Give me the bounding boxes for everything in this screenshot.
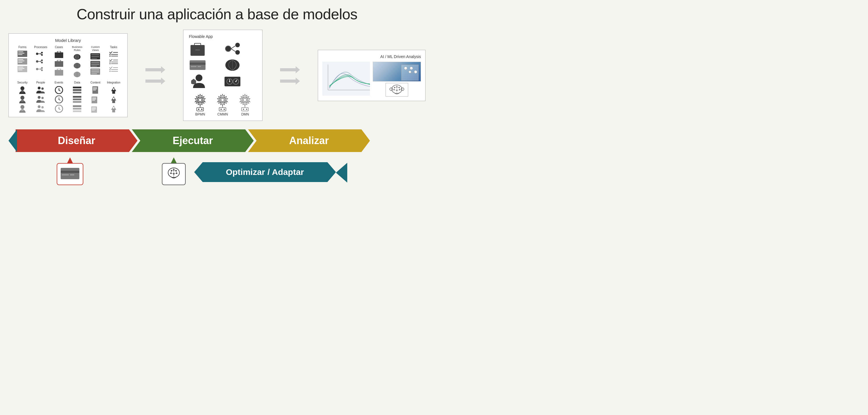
svg-rect-51 bbox=[91, 62, 99, 63]
svg-line-16 bbox=[41, 53, 41, 54]
svg-marker-169 bbox=[280, 77, 300, 84]
ejecutar-label: Ejecutar bbox=[173, 135, 213, 147]
disenar-form-icon bbox=[60, 167, 80, 181]
svg-point-195 bbox=[401, 88, 404, 91]
svg-rect-99 bbox=[73, 101, 81, 103]
svg-rect-100 bbox=[73, 105, 81, 107]
svg-line-23 bbox=[41, 62, 41, 63]
svg-rect-157 bbox=[219, 108, 226, 111]
neural-brain-box bbox=[385, 83, 408, 97]
bpmn-label: BPMN bbox=[192, 112, 208, 116]
lib-col-tasks: Tasks bbox=[106, 45, 122, 78]
svg-rect-48 bbox=[91, 56, 99, 57]
svg-point-80 bbox=[38, 105, 40, 108]
svg-point-116 bbox=[113, 88, 115, 90]
lib-icons-integration bbox=[110, 86, 118, 113]
svg-line-28 bbox=[41, 68, 41, 69]
neural-area bbox=[373, 62, 421, 97]
blue-arrow-left bbox=[8, 129, 17, 153]
svg-point-21 bbox=[41, 62, 43, 63]
dmn-icon bbox=[237, 93, 253, 111]
brain-icon bbox=[224, 58, 241, 72]
svg-point-93 bbox=[58, 108, 60, 109]
svg-rect-6 bbox=[18, 61, 24, 61]
svg-point-20 bbox=[41, 60, 43, 61]
svg-rect-104 bbox=[93, 88, 97, 88]
lib-col-cases: Cases bbox=[51, 45, 67, 78]
svg-rect-112 bbox=[92, 108, 96, 108]
svg-rect-204 bbox=[70, 174, 74, 175]
flowable-app-box: Flowable App bbox=[183, 30, 262, 121]
chart-svg bbox=[322, 62, 370, 96]
lib-icons-processes bbox=[36, 51, 45, 72]
svg-point-89 bbox=[58, 99, 60, 100]
svg-point-14 bbox=[41, 52, 43, 54]
svg-rect-158 bbox=[221, 109, 222, 110]
lib-icons-data bbox=[72, 86, 82, 113]
lib-col-processes: Processes bbox=[33, 45, 49, 78]
briefcase-icon bbox=[189, 42, 206, 56]
svg-rect-125 bbox=[195, 44, 200, 45]
svg-marker-162 bbox=[240, 94, 250, 106]
svg-marker-148 bbox=[195, 94, 205, 106]
main-container: Construir una aplicación a base de model… bbox=[0, 0, 434, 191]
lib-icons-business-rules bbox=[73, 53, 81, 78]
lib-label-people: People bbox=[36, 81, 45, 84]
lib-col-events: Events bbox=[51, 81, 67, 113]
svg-point-77 bbox=[41, 88, 44, 90]
ejecutar-brain-icon bbox=[165, 167, 182, 181]
svg-rect-49 bbox=[91, 58, 97, 59]
ejecutar-label-container: Ejecutar bbox=[132, 129, 254, 152]
svg-line-129 bbox=[231, 46, 235, 49]
bpmn-icon bbox=[192, 93, 208, 111]
svg-rect-114 bbox=[92, 110, 95, 110]
svg-line-131 bbox=[231, 49, 235, 51]
form-icon-3 bbox=[18, 66, 27, 72]
svg-marker-121 bbox=[146, 66, 165, 73]
svg-rect-203 bbox=[62, 174, 69, 175]
svg-rect-134 bbox=[190, 63, 206, 65]
process-arrows-row: Diseñar Ejecutar Analizar bbox=[8, 129, 426, 153]
rules-icon-2 bbox=[73, 62, 81, 69]
svg-rect-106 bbox=[93, 90, 96, 90]
aiml-content bbox=[322, 62, 421, 97]
data-icon-1 bbox=[72, 86, 82, 94]
svg-rect-53 bbox=[91, 66, 97, 67]
svg-rect-119 bbox=[112, 110, 115, 112]
svg-rect-38 bbox=[58, 69, 60, 70]
svg-point-146 bbox=[235, 81, 237, 82]
lib-label-security: Security bbox=[17, 81, 28, 84]
data-icon-3 bbox=[72, 105, 82, 113]
svg-point-163 bbox=[243, 98, 247, 102]
aiml-box: AI / ML Driven Analysis bbox=[318, 50, 426, 101]
rules-icon-1 bbox=[73, 53, 81, 61]
disenar-label: Diseñar bbox=[58, 135, 95, 147]
svg-point-120 bbox=[113, 107, 115, 109]
svg-point-64 bbox=[110, 62, 111, 63]
lib-icons-forms bbox=[18, 51, 27, 72]
svg-rect-47 bbox=[91, 54, 99, 55]
svg-point-73 bbox=[21, 87, 24, 90]
svg-point-69 bbox=[110, 69, 111, 70]
svg-marker-155 bbox=[217, 94, 228, 106]
svg-point-78 bbox=[38, 96, 40, 99]
flowable-icons-grid bbox=[189, 42, 256, 89]
svg-rect-151 bbox=[198, 109, 199, 110]
optimizar-chevron: Optimizar / Adaptar bbox=[194, 162, 336, 183]
process-icon-2 bbox=[36, 58, 45, 65]
svg-rect-57 bbox=[91, 73, 97, 74]
svg-point-79 bbox=[41, 97, 44, 99]
model-library-title: Model Library bbox=[14, 38, 122, 43]
svg-rect-165 bbox=[243, 109, 244, 110]
svg-marker-200 bbox=[67, 158, 73, 163]
svg-point-75 bbox=[21, 105, 24, 109]
svg-rect-150 bbox=[197, 108, 204, 111]
svg-rect-3 bbox=[18, 54, 22, 55]
people-icon-2 bbox=[36, 95, 45, 103]
lib-icons-content bbox=[91, 86, 99, 113]
content-icon-1 bbox=[91, 86, 99, 94]
svg-rect-5 bbox=[18, 59, 23, 60]
svg-marker-222 bbox=[336, 163, 347, 182]
svg-point-118 bbox=[113, 98, 115, 99]
svg-point-66 bbox=[110, 63, 111, 64]
